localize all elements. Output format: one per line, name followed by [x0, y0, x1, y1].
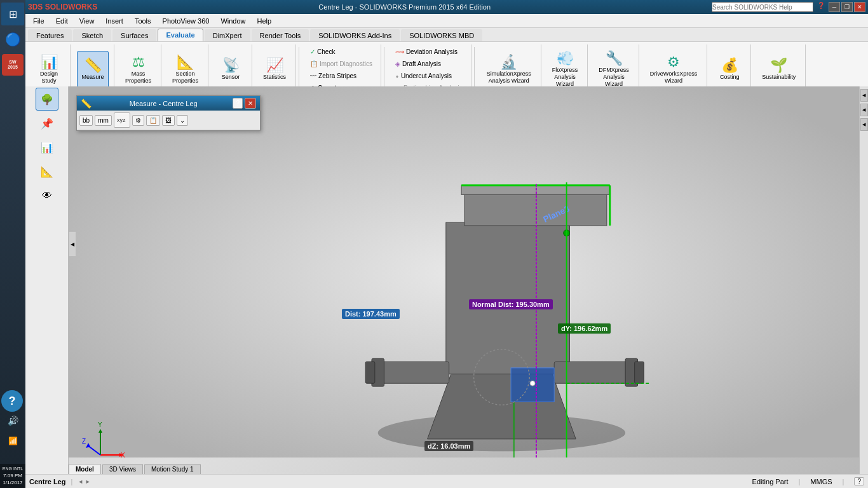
svg-text:xyz: xyz: [117, 117, 126, 123]
normal-dist-label: Normal Dist: 195.30mm: [469, 299, 553, 309]
search-input[interactable]: [712, 2, 813, 12]
menu-window[interactable]: Window: [215, 16, 250, 26]
undercut-icon: ⬧: [395, 72, 399, 79]
restore-button[interactable]: ❐: [841, 2, 853, 12]
measure-xyz-btn[interactable]: xyz: [114, 112, 130, 128]
menu-view[interactable]: View: [74, 16, 100, 26]
tab-mbd[interactable]: SOLIDWORKS MBD: [401, 29, 482, 41]
dy-value: 196.62mm: [574, 325, 607, 332]
sustainability-button[interactable]: 🌱 Sustainability: [757, 51, 800, 89]
tab-3d-views[interactable]: 3D Views: [102, 464, 143, 474]
menu-file[interactable]: File: [28, 16, 50, 26]
dz-value: 16.03mm: [440, 442, 470, 450]
draft-analysis-button[interactable]: ◈ Draft Analysis: [392, 58, 466, 69]
menubar: File Edit View Insert Tools PhotoView 36…: [25, 14, 868, 28]
network-icon[interactable]: 📶: [1, 430, 24, 452]
dialog-help-btn[interactable]: ?: [233, 98, 243, 109]
normal-dist-value: 195.30mm: [515, 301, 549, 308]
measure-expand-btn[interactable]: ⌄: [177, 115, 188, 126]
floxpress-icon: 💨: [557, 51, 574, 65]
dfmxpress-button[interactable]: 🔧 DFMXpressAnalysisWizard: [594, 51, 634, 89]
start-button[interactable]: ⊞: [1, 3, 24, 25]
costing-icon: 💰: [721, 58, 738, 72]
chrome-icon[interactable]: 🔵: [1, 28, 24, 51]
dimxpert-manager-btn[interactable]: 📐: [36, 160, 58, 183]
right-expand-btn-3[interactable]: ◀: [860, 118, 868, 131]
costing-button[interactable]: 💰 Costing: [714, 51, 745, 89]
import-diagnostics-button[interactable]: 📋 Import Diagnostics: [307, 58, 376, 69]
solidworks-taskbar-icon[interactable]: SW2015: [1, 53, 24, 76]
check-label: Check: [317, 48, 335, 55]
help-menu-icon[interactable]: ❓: [817, 2, 825, 12]
tab-model[interactable]: Model: [69, 464, 101, 474]
tab-addins[interactable]: SOLIDWORKS Add-Ins: [310, 29, 400, 41]
normal-dist-key: Normal Dist:: [472, 301, 515, 308]
statusbar-nav-left: ◄ ►: [78, 478, 90, 485]
deviation-analysis-button[interactable]: ⟿ Deviation Analysis: [392, 46, 466, 57]
menu-photoview[interactable]: PhotoView 360: [158, 16, 215, 26]
statistics-icon: 📈: [266, 58, 283, 72]
measure-dialog-titlebar: 📏 Measure - Centre Leg ? ✕: [77, 96, 260, 111]
measure-image-btn[interactable]: 🖼: [162, 115, 175, 126]
config-manager-btn[interactable]: 📊: [36, 136, 58, 159]
dist-key: Dist:: [345, 310, 363, 318]
feature-manager-btn[interactable]: 🌳: [36, 88, 58, 111]
driveworks-label: DriveWorksXpressWizard: [650, 71, 697, 85]
tab-motion-study[interactable]: Motion Study 1: [144, 464, 201, 474]
property-manager-btn[interactable]: 📌: [36, 112, 58, 135]
simulation-button[interactable]: 🔬 SimulationXpressAnalysis Wizard: [482, 51, 536, 89]
menu-tools[interactable]: Tools: [130, 16, 156, 26]
collapse-icon: ◀: [71, 241, 74, 247]
right-expand-btn-1[interactable]: ◀: [860, 89, 868, 102]
mass-properties-label: MassProperties: [125, 71, 151, 85]
statistics-button[interactable]: 📈 Statistics: [259, 51, 290, 89]
minimize-button[interactable]: ─: [829, 2, 840, 12]
main-canvas[interactable]: Plane3 Dist: 197.43mm Normal Dist:: [69, 86, 860, 474]
ribbon-tabs: Features Sketch Surfaces Evaluate DimXpe…: [25, 28, 868, 42]
floxpress-button[interactable]: 💨 FloXpressAnalysisWizard: [548, 51, 583, 89]
display-manager-btn[interactable]: 👁: [36, 184, 58, 207]
check-button[interactable]: ✓ Check: [307, 46, 376, 57]
dialog-close-btn[interactable]: ✕: [245, 98, 256, 109]
svg-rect-11: [365, 362, 375, 383]
measure-settings-btn[interactable]: ⚙: [132, 115, 144, 126]
section-properties-icon: 📐: [177, 55, 194, 69]
tab-render-tools[interactable]: Render Tools: [252, 29, 309, 41]
menu-help[interactable]: Help: [252, 16, 277, 26]
close-button[interactable]: ✕: [854, 2, 865, 12]
mass-properties-button[interactable]: ⚖ MassProperties: [121, 51, 156, 89]
property-icon: 📌: [41, 118, 53, 130]
help-button[interactable]: ?: [1, 390, 23, 412]
tab-surfaces[interactable]: Surfaces: [112, 29, 156, 41]
sensor-button[interactable]: 📡 Sensor: [215, 51, 247, 89]
driveworks-button[interactable]: ⚙ DriveWorksXpressWizard: [646, 51, 702, 89]
menu-edit[interactable]: Edit: [51, 16, 73, 26]
collapse-handle[interactable]: ◀: [69, 231, 76, 257]
measure-mm-btn[interactable]: mm: [95, 115, 112, 126]
tab-dimxpert[interactable]: DimXpert: [205, 29, 250, 41]
menu-insert[interactable]: Insert: [100, 16, 128, 26]
dfmxpress-label: DFMXpressAnalysisWizard: [599, 67, 629, 87]
volume-icon[interactable]: 🔊: [1, 409, 24, 432]
measure-button[interactable]: 📏 Measure: [77, 51, 109, 89]
design-study-button[interactable]: 📊 DesignStudy: [33, 51, 65, 89]
tab-features[interactable]: Features: [28, 29, 72, 41]
svg-rect-3: [446, 222, 570, 374]
design-study-icon: 📊: [41, 55, 58, 69]
measure-clipboard-btn[interactable]: 📋: [146, 115, 160, 126]
right-expand-btn-2[interactable]: ◀: [860, 104, 868, 116]
tab-sketch[interactable]: Sketch: [73, 29, 111, 41]
undercut-analysis-button[interactable]: ⬧ Undercut Analysis: [392, 71, 466, 81]
tab-evaluate[interactable]: Evaluate: [158, 29, 203, 41]
config-icon: 📊: [41, 142, 53, 154]
svg-text:X: X: [121, 452, 125, 459]
zebra-stripes-button[interactable]: 〰 Zebra Stripes: [307, 71, 376, 81]
statusbar-sep2: |: [798, 478, 800, 485]
measure-units-btn[interactable]: bb: [79, 115, 93, 126]
driveworks-icon: ⚙: [667, 55, 680, 69]
measure-dialog-title-text: Measure - Centre Leg: [130, 100, 198, 107]
feature-tree-icon: 🌳: [41, 93, 53, 105]
statusbar-help-btn[interactable]: ?: [854, 477, 864, 485]
section-properties-button[interactable]: 📐 SectionProperties: [168, 51, 203, 89]
statusbar-part-name: Centre Leg: [29, 478, 65, 485]
